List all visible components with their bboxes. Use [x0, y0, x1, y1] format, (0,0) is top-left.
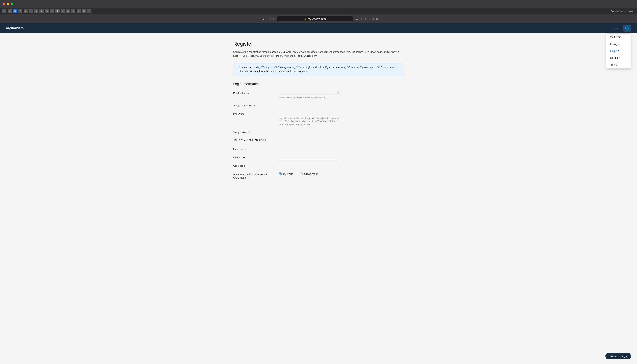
traffic-light-close[interactable]: [3, 3, 6, 5]
first-name-row: First name: [233, 146, 404, 151]
verify-password-field-container: [279, 130, 339, 134]
radio-group: Individual Organization: [279, 172, 339, 175]
page-content: Register Complete this registration form…: [0, 33, 637, 191]
page-description: Complete this registration form to acces…: [233, 50, 404, 58]
info-banner: ℹ You can access My Workspace ONE using …: [233, 62, 404, 76]
cell-phone-label: Cell phone: [233, 163, 279, 167]
ext-icon-4[interactable]: ↶: [18, 9, 22, 13]
email-hint: Activation email will be sent to the add…: [279, 96, 339, 99]
email-info-icon[interactable]: ⓘ: [337, 91, 339, 94]
extensions-bar: ✉ ↺ B ↶ ▲ ▲ ▲ ◉ ⬡ ❦ ⬟ ◈ ◇ ✎ ≡ ⊞ ↓ Regist…: [0, 8, 637, 14]
vmware-logo: my vmware: [6, 26, 24, 30]
translate-icon[interactable]: ⇄: [356, 17, 358, 21]
macos-titlebar: [0, 0, 637, 8]
url-bar[interactable]: 🔒 my.vmware.com: [277, 16, 353, 22]
ext-icon-13[interactable]: ◇: [66, 9, 70, 13]
email-field-container: ⓘ Activation email will be sent to the a…: [279, 90, 339, 99]
verify-email-input[interactable]: [279, 103, 339, 108]
verify-email-row: Verify email address: [233, 103, 404, 108]
url-text: my.vmware.com: [308, 18, 326, 20]
nav-home[interactable]: ⌂: [259, 17, 261, 20]
first-name-label: First name: [233, 146, 279, 150]
lang-item-ja[interactable]: 日本語: [606, 61, 631, 68]
verify-password-label: Verify password: [233, 130, 279, 134]
ext-icon-3[interactable]: B: [13, 9, 17, 13]
lang-item-de[interactable]: Deutsch: [606, 54, 631, 61]
first-name-field-container: [279, 146, 339, 151]
workspace-one-link[interactable]: My Workspace ONE: [257, 66, 280, 69]
app-header: my vmware → 🌐 → 简体中文 Français English De…: [0, 23, 637, 33]
password-input[interactable]: [279, 111, 339, 116]
radio-organization-dot: [300, 172, 303, 175]
lang-item-en[interactable]: English: [606, 48, 631, 54]
password-hint: Use at least 8 and at most 20 characters…: [279, 116, 339, 126]
verify-password-input[interactable]: [279, 130, 339, 134]
ext-icon-12[interactable]: ◈: [61, 9, 65, 13]
org-type-row: Are you an Individual or from an Organiz…: [233, 172, 404, 180]
last-name-row: Last name: [233, 155, 404, 160]
page-title: Register: [233, 41, 404, 47]
refresh-icon[interactable]: ↺: [360, 17, 363, 21]
last-name-input[interactable]: [279, 155, 339, 160]
radio-individual[interactable]: Individual: [279, 172, 294, 175]
lang-item-fr[interactable]: Français: [606, 41, 631, 48]
org-type-field-container: Individual Organization: [279, 172, 339, 175]
logo-ware: ware: [16, 26, 24, 30]
traffic-light-maximize[interactable]: [11, 3, 14, 5]
last-name-field-container: [279, 155, 339, 160]
ext-icon-9[interactable]: ⬡: [45, 9, 49, 13]
new-tab-icon[interactable]: +: [368, 17, 370, 20]
myvmware-link[interactable]: My VMware: [292, 66, 306, 69]
ext-icon-14[interactable]: ✎: [71, 9, 76, 13]
arrow-indicator: →: [614, 25, 619, 31]
ext-icon-10[interactable]: ❦: [50, 9, 54, 13]
cell-phone-field-container: [279, 163, 339, 168]
radio-organization-label: Organization: [304, 172, 318, 175]
tabs-icon[interactable]: ⧉: [372, 17, 374, 20]
globe-icon: 🌐: [625, 26, 629, 30]
nav-forward[interactable]: ›: [273, 17, 274, 20]
lang-arrow: →: [600, 44, 604, 48]
ext-icon-1[interactable]: ✉: [2, 9, 6, 13]
verify-email-field-container: [279, 103, 339, 108]
share-icon[interactable]: ↑: [364, 17, 366, 20]
about-yourself-title: Tell Us About Yourself: [233, 138, 404, 142]
register-container: Register Complete this registration form…: [226, 41, 412, 180]
password-row: Password Use at least 8 and at most 20 c…: [233, 111, 404, 126]
logo-my: my: [6, 26, 10, 30]
verify-email-label: Verify email address: [233, 103, 279, 107]
radio-organization[interactable]: Organization: [300, 172, 318, 175]
settings-icon[interactable]: ⚙: [376, 17, 378, 21]
address-bar: ⌂ 🛡 ‹ › 🔒 my.vmware.com ⇄ ↺ ↑ + ⧉ ⚙: [0, 14, 637, 23]
language-dropdown: → 简体中文 Français English Deutsch 日本語: [606, 33, 631, 69]
ext-icon-17[interactable]: ↓: [87, 9, 92, 13]
nav-back[interactable]: ‹: [270, 17, 271, 20]
email-row: Email address ⓘ Activation email will be…: [233, 90, 404, 99]
verify-password-row: Verify password: [233, 130, 404, 134]
info-banner-icon: ℹ: [236, 66, 238, 69]
radio-individual-dot: [279, 172, 282, 175]
first-name-input[interactable]: [279, 146, 339, 151]
password-label: Password: [233, 111, 279, 115]
info-banner-text: You can access My Workspace ONE using yo…: [240, 66, 400, 73]
password-field-container: Use at least 8 and at most 20 characters…: [279, 111, 339, 126]
email-input[interactable]: [279, 90, 335, 95]
login-info-title: Login Information: [233, 82, 404, 86]
last-name-label: Last name: [233, 155, 279, 159]
ext-icon-2[interactable]: ↺: [8, 9, 12, 13]
ext-icon-8[interactable]: ◉: [40, 9, 44, 13]
tab-title: Registration - My VMware: [611, 10, 635, 12]
ext-icon-16[interactable]: ⊞: [82, 9, 86, 13]
ext-icon-15[interactable]: ≡: [76, 9, 81, 13]
nav-shield[interactable]: 🛡: [262, 17, 266, 20]
cell-phone-input[interactable]: [279, 163, 339, 168]
logo-vm: vm: [11, 26, 16, 30]
ext-icon-5[interactable]: ▲: [24, 9, 28, 13]
language-button[interactable]: 🌐: [623, 25, 631, 32]
ext-icon-6[interactable]: ▲: [29, 9, 33, 13]
ext-icon-11[interactable]: ⬟: [55, 9, 60, 13]
traffic-light-minimize[interactable]: [7, 3, 10, 5]
email-label: Email address: [233, 90, 279, 94]
ext-icon-7[interactable]: ▲: [34, 9, 38, 13]
lang-item-zh[interactable]: 简体中文: [606, 34, 631, 41]
